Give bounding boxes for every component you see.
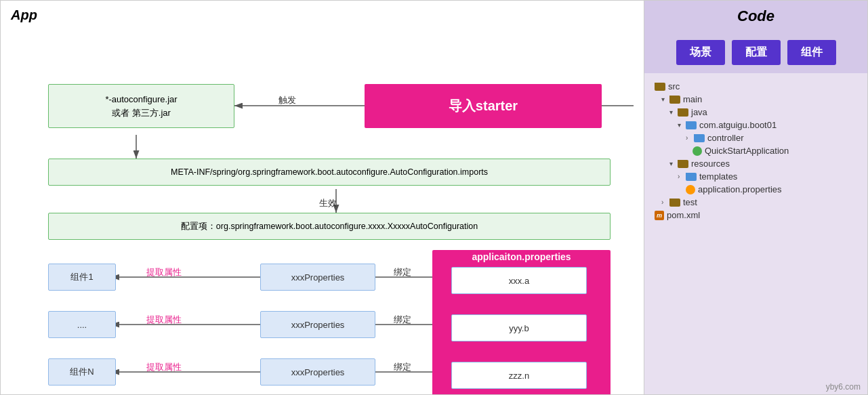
controller-folder-icon [694, 134, 705, 142]
tree-boot01: ▾ com.atguigu.boot01 [655, 119, 857, 131]
app-panel: App [1, 1, 644, 394]
tree-controller: › controller [655, 131, 857, 144]
controller-label: controller [707, 133, 743, 143]
autoconfigure-label: *-autoconfigure.jar或者 第三方.jar [105, 93, 177, 119]
tree-templates: › templates [655, 170, 857, 183]
take-effect-label: 生效 [319, 197, 337, 209]
scene-button[interactable]: 场景 [676, 40, 725, 65]
diagram: *-autoconfigure.jar或者 第三方.jar 触发 导入start… [11, 33, 634, 392]
xxx-properties-2-box: xxxProperties [260, 311, 375, 338]
app-props-icon [686, 185, 695, 194]
tree-quick-start: QuickStartApplication [655, 144, 857, 157]
test-label: test [683, 197, 697, 207]
tree-main: ▾ main [655, 93, 857, 106]
main-label: main [683, 94, 702, 104]
config-item-label: 配置项：org.springframework.boot.autoconfigu… [181, 221, 478, 232]
src-label: src [668, 81, 680, 91]
bind1-label: 绑定 [394, 266, 411, 278]
resources-chevron: ▾ [669, 160, 676, 167]
src-folder-icon [655, 83, 665, 91]
java-folder-icon [678, 108, 688, 117]
java-label: java [691, 107, 707, 117]
tree-app-props: application.properties [655, 183, 857, 196]
autoconfigure-box: *-autoconfigure.jar或者 第三方.jar [48, 84, 234, 128]
controller-chevron: › [686, 134, 693, 142]
templates-folder-icon [686, 173, 697, 181]
bind3-label: 绑定 [394, 361, 411, 373]
bind2-label: 绑定 [394, 314, 411, 326]
xxx-properties-3-box: xxxProperties [260, 358, 375, 386]
tree-pom: m pom.xml [655, 209, 857, 222]
tree-resources: ▾ resources [655, 157, 857, 170]
component-dots-box: .... [48, 311, 116, 338]
componentN-box: 组件N [48, 358, 116, 386]
boot01-folder-icon [686, 121, 697, 129]
resources-folder-icon [678, 160, 688, 168]
meta-inf-label: META-INF/spring/org.springframework.boot… [171, 167, 488, 177]
code-title: Code [644, 1, 867, 32]
app-title: App [11, 7, 634, 23]
watermark: yby6.com [644, 379, 867, 394]
tree-java: ▾ java [655, 106, 857, 119]
resources-label: resources [691, 159, 730, 169]
code-panel: Code 场景 配置 组件 src ▾ main ▾ java ▾ [644, 1, 867, 394]
component-button[interactable]: 组件 [787, 40, 836, 65]
templates-label: templates [699, 171, 737, 182]
boot01-label: com.atguigu.boot01 [699, 120, 777, 130]
templates-chevron: › [678, 173, 684, 180]
config-button[interactable]: 配置 [732, 40, 781, 65]
tree-test: › test [655, 196, 857, 209]
get-attr3-label: 提取属性 [146, 361, 182, 373]
java-chevron: ▾ [669, 108, 676, 116]
test-chevron: › [661, 199, 668, 206]
test-folder-icon [669, 199, 680, 207]
quick-start-label: QuickStartApplication [705, 146, 789, 156]
zzz-n-box: zzz.n [451, 362, 587, 389]
meta-inf-box: META-INF/spring/org.springframework.boot… [48, 159, 611, 186]
trigger-label: 触发 [278, 94, 296, 106]
starter-label: 导入starter [449, 97, 518, 115]
app-props-label: application.properties [698, 184, 782, 194]
main-chevron: ▾ [661, 96, 668, 103]
code-tree: src ▾ main ▾ java ▾ com.atguigu.boot01 › [644, 73, 867, 379]
config-item-box: 配置项：org.springframework.boot.autoconfigu… [48, 213, 611, 240]
component1-box: 组件1 [48, 264, 116, 291]
yyy-b-box: yyy.b [451, 314, 587, 341]
xxx-a-box: xxx.a [451, 267, 587, 294]
starter-box: 导入starter [365, 84, 602, 128]
get-attr2-label: 提取属性 [146, 314, 182, 326]
tree-src: src [655, 80, 857, 93]
quick-start-icon [693, 146, 702, 156]
get-attr1-label: 提取属性 [146, 266, 182, 278]
xxx-properties-1-box: xxxProperties [260, 264, 375, 291]
main-folder-icon [669, 96, 680, 104]
boot01-chevron: ▾ [678, 121, 684, 129]
app-properties-title: applicaiton.properties [432, 251, 611, 262]
pom-icon: m [655, 211, 664, 220]
code-buttons-bar: 场景 配置 组件 [644, 32, 867, 73]
pom-label: pom.xml [667, 210, 700, 220]
